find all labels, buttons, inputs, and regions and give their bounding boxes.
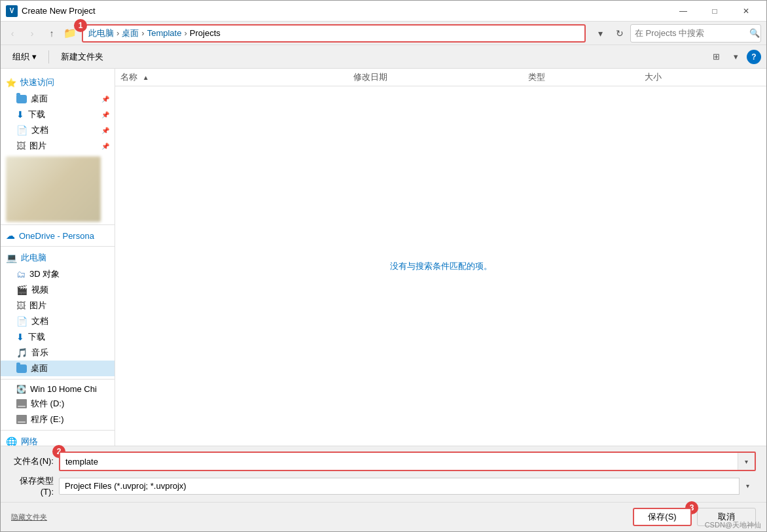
sidebar-item-desktop-pc[interactable]: 桌面 — [1, 361, 115, 376]
view-button[interactable]: ⊞ — [707, 48, 724, 65]
sidebar-item-drive-d[interactable]: 软件 (D:) — [1, 396, 115, 412]
pin-icon: 📌 — [101, 96, 109, 103]
sidebar-item-documents-pc[interactable]: 📄 文档 — [1, 313, 115, 329]
sidebar-item-desktop-quick[interactable]: 桌面 📌 — [1, 91, 115, 107]
desktop-pc-folder-icon — [16, 364, 27, 373]
nav-bar: ‹ › ↑ 📁 1 此电脑 › 桌面 › Template › Projects… — [1, 22, 766, 45]
sidebar-item-drive-c[interactable]: 💽 Win 10 Home Chi — [1, 382, 115, 396]
dialog: V Create New Project — □ ✕ ‹ › ↑ 📁 — [0, 0, 767, 532]
maximize-button[interactable]: □ — [700, 1, 730, 22]
download-icon: ⬇ — [16, 109, 24, 120]
view-icon: ⊞ — [713, 52, 720, 62]
save-button-wrapper: 3 保存(S) — [633, 508, 692, 526]
watermark: CSDN@天地神仙 — [705, 520, 761, 530]
sidebar-section-network[interactable]: 🌐 网络 — [1, 433, 115, 446]
help-button[interactable]: ? — [747, 50, 761, 64]
sidebar-item-pictures-quick[interactable]: 🖼 图片 📌 — [1, 138, 115, 154]
drive-e-icon — [16, 415, 27, 424]
sidebar-sep-2 — [1, 246, 115, 247]
sidebar-section-onedrive[interactable]: ☁ OneDrive - Persona — [1, 228, 115, 243]
filetype-select[interactable]: Project Files (*.uvproj; *.uvprojx) — [59, 478, 756, 495]
view-dropdown-icon: ▾ — [734, 52, 738, 62]
pictures-icon: 🖼 — [16, 141, 26, 151]
search-icon[interactable]: 🔍 — [749, 25, 760, 42]
drive-c-icon: 💽 — [16, 385, 26, 394]
file-empty-message: 没有与搜索条件匹配的项。 — [115, 86, 766, 446]
sidebar-section-this-pc[interactable]: 💻 此电脑 — [1, 249, 115, 266]
toolbar-right: ⊞ ▾ ? — [707, 48, 761, 65]
filename-dropdown-button[interactable]: ▾ — [738, 453, 755, 470]
sidebar-sep-4 — [1, 430, 115, 431]
music-icon: 🎵 — [16, 347, 27, 358]
sidebar: ⭐ 快速访问 桌面 📌 ⬇ 下载 📌 📄 文档 📌 🖼 图片 📌 — [1, 69, 115, 446]
back-icon: ‹ — [11, 28, 14, 39]
sidebar-item-3d-objects[interactable]: 🗂 3D 对象 — [1, 266, 115, 282]
toolbar-separator — [48, 50, 49, 63]
save-button[interactable]: 保存(S) — [633, 508, 692, 526]
desktop-folder-icon — [16, 95, 27, 103]
hide-folders-link[interactable]: 隐藏文件夹 — [11, 512, 47, 522]
up-icon: ↑ — [50, 28, 54, 39]
sidebar-item-downloads-pc[interactable]: ⬇ 下载 — [1, 329, 115, 345]
refresh-icon: ↻ — [616, 28, 624, 39]
breadcrumb-item-template[interactable]: Template — [147, 28, 182, 38]
filetype-label: 保存类型(T): — [11, 475, 54, 497]
sidebar-item-music[interactable]: 🎵 音乐 — [1, 345, 115, 361]
video-icon: 🎬 — [16, 285, 27, 295]
dropdown-icon: ▾ — [598, 28, 603, 39]
documents-pc-icon: 📄 — [16, 316, 27, 327]
sidebar-sep-1 — [1, 224, 115, 225]
3d-icon: 🗂 — [16, 269, 26, 279]
col-name-header[interactable]: 名称 ▲ — [120, 71, 353, 83]
main-content: ⭐ 快速访问 桌面 📌 ⬇ 下载 📌 📄 文档 📌 🖼 图片 📌 — [1, 69, 766, 446]
breadcrumb[interactable]: 此电脑 › 桌面 › Template › Projects — [82, 24, 586, 43]
view-dropdown-button[interactable]: ▾ — [727, 48, 744, 65]
filename-dropdown-icon: ▾ — [745, 458, 748, 465]
pictures-pc-icon: 🖼 — [16, 300, 26, 311]
up-button[interactable]: ↑ — [43, 24, 61, 43]
minimize-button[interactable]: — — [668, 1, 698, 22]
forward-icon: › — [31, 28, 34, 39]
toolbar: 组织 ▾ 新建文件夹 ⊞ ▾ ? — [1, 45, 766, 69]
col-date-header[interactable]: 修改日期 — [353, 71, 528, 83]
col-size-header[interactable]: 大小 — [645, 71, 761, 83]
breadcrumb-item-desktop[interactable]: 桌面 — [122, 27, 139, 39]
sidebar-item-video[interactable]: 🎬 视频 — [1, 282, 115, 298]
sidebar-item-downloads-quick[interactable]: ⬇ 下载 📌 — [1, 107, 115, 122]
sidebar-item-documents-quick[interactable]: 📄 文档 📌 — [1, 122, 115, 138]
bottom-section: 文件名(N): 2 ▾ 保存类型(T): Project Files — [1, 446, 766, 531]
app-icon-text: V — [10, 7, 14, 14]
sidebar-item-pictures-pc[interactable]: 🖼 图片 — [1, 298, 115, 313]
search-input[interactable] — [631, 28, 749, 38]
drive-d-icon — [16, 399, 27, 408]
filename-input[interactable] — [60, 453, 755, 470]
action-row: 隐藏文件夹 3 保存(S) 取消 — [1, 502, 766, 531]
search-box[interactable]: 🔍 — [630, 24, 761, 43]
window-controls: — □ ✕ — [668, 1, 761, 22]
back-button[interactable]: ‹ — [3, 24, 22, 43]
sidebar-item-drive-e[interactable]: 程序 (E:) — [1, 412, 115, 427]
documents-icon: 📄 — [16, 125, 27, 135]
file-area: 名称 ▲ 修改日期 类型 大小 没有与搜索条件匹配的项。 — [115, 69, 766, 446]
col-type-header[interactable]: 类型 — [528, 71, 645, 83]
sidebar-section-quick-access[interactable]: ⭐ 快速访问 — [1, 74, 115, 91]
organize-button[interactable]: 组织 ▾ — [6, 48, 43, 65]
downloads-pc-icon: ⬇ — [16, 332, 24, 342]
filetype-select-wrapper[interactable]: Project Files (*.uvproj; *.uvprojx) ▾ — [59, 478, 756, 495]
breadcrumb-item-pc[interactable]: 此电脑 — [88, 27, 114, 39]
pin-icon-2: 📌 — [101, 111, 109, 118]
dropdown-button[interactable]: ▾ — [591, 24, 609, 43]
sort-arrow-icon: ▲ — [143, 74, 149, 81]
network-icon: 🌐 — [6, 436, 17, 446]
this-pc-icon: 💻 — [6, 253, 17, 263]
file-type-row: 保存类型(T): Project Files (*.uvproj; *.uvpr… — [11, 475, 756, 497]
breadcrumb-item-projects: Projects — [190, 28, 221, 38]
app-icon: V — [6, 5, 18, 17]
pin-icon-3: 📌 — [101, 127, 109, 134]
filename-label: 文件名(N): — [11, 455, 54, 467]
refresh-button[interactable]: ↻ — [611, 24, 629, 43]
column-headers: 名称 ▲ 修改日期 类型 大小 — [115, 69, 766, 86]
forward-button[interactable]: › — [23, 24, 41, 43]
new-folder-button[interactable]: 新建文件夹 — [54, 48, 110, 65]
close-button[interactable]: ✕ — [731, 1, 761, 22]
